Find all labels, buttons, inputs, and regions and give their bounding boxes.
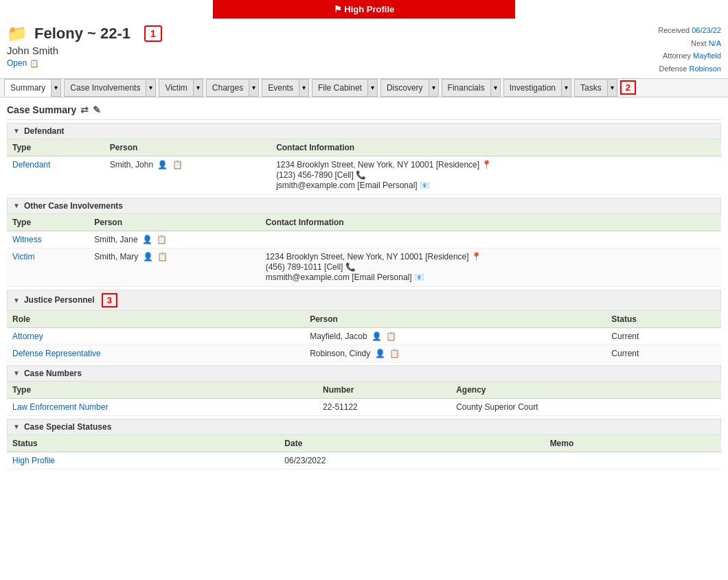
- table-row: Defense Representative Robinson, Cindy 👤…: [7, 345, 721, 362]
- refresh-icon[interactable]: ⇄: [80, 104, 89, 115]
- defense-rep-edit-icon[interactable]: 📋: [389, 349, 400, 358]
- nav-events-btn[interactable]: Events: [262, 79, 299, 97]
- nav-case-involvements-arrow[interactable]: ▾: [146, 79, 156, 97]
- witness-edit-icon[interactable]: 📋: [157, 235, 167, 244]
- other-involvements-chevron: ▼: [13, 202, 20, 209]
- tab-title: Case Summary: [7, 104, 76, 115]
- case-special-statuses-section-title: Case Special Statuses: [24, 422, 111, 432]
- high-profile-status-link[interactable]: High Profile: [12, 456, 55, 465]
- special-col-status: Status: [7, 435, 279, 452]
- victim-email-icon: 📧: [414, 272, 424, 282]
- justice-personnel-section: ▼ Justice Personnel 3 Role Person Status…: [7, 290, 721, 362]
- nav-victim-arrow[interactable]: ▾: [194, 79, 203, 97]
- case-numbers-chevron: ▼: [13, 369, 20, 377]
- victim-address: 1234 Brooklyn Street, New York, NY 10001…: [266, 252, 716, 262]
- table-row: Defendant Smith, John 👤 📋 1234 Brooklyn …: [7, 156, 721, 194]
- witness-contact: [260, 231, 721, 248]
- defense-label: Defense: [659, 65, 687, 73]
- nav-charges: Charges ▾: [206, 79, 259, 97]
- defense-rep-role-link[interactable]: Defense Representative: [12, 349, 101, 358]
- law-enforcement-number-value: 22-51122: [317, 398, 451, 415]
- case-numbers-col-type: Type: [7, 382, 317, 399]
- defense-value[interactable]: Robinson: [690, 65, 721, 73]
- other-col-type: Type: [7, 214, 89, 231]
- nav-investigation-btn[interactable]: Investigation: [503, 79, 562, 97]
- law-enforcement-agency: County Superior Court: [451, 398, 721, 415]
- banner-text: High Profile: [344, 4, 394, 14]
- law-enforcement-number-link[interactable]: Law Enforcement Number: [12, 402, 108, 412]
- main-content: Case Summary ⇄ ✎ ▼ Defendant Type Person…: [0, 97, 728, 476]
- other-involvements-table: Type Person Contact Information Witness …: [7, 214, 721, 287]
- nav-file-cabinet-btn[interactable]: File Cabinet: [312, 79, 368, 97]
- defendant-type-link[interactable]: Defendant: [12, 160, 50, 170]
- witness-person-name: Smith, Jane: [94, 235, 137, 244]
- special-col-date: Date: [279, 435, 544, 452]
- nav-summary-arrow[interactable]: ▾: [52, 79, 61, 97]
- defendant-phone: (123) 456-7890 [Cell] 📞: [276, 170, 716, 180]
- victim-person-icon[interactable]: 👤: [143, 252, 153, 262]
- nav-investigation-arrow[interactable]: ▾: [562, 79, 571, 97]
- status-open-link[interactable]: Open: [7, 58, 27, 68]
- edit-icon[interactable]: ✎: [93, 104, 101, 115]
- edit-person-icon[interactable]: 📋: [172, 160, 183, 170]
- witness-person-icon[interactable]: 👤: [142, 235, 152, 244]
- nav-events: Events ▾: [262, 79, 309, 97]
- person-icon[interactable]: 👤: [157, 160, 168, 170]
- nav-victim: Victim ▾: [159, 79, 203, 97]
- defendant-section-header[interactable]: ▼ Defendant: [7, 123, 721, 139]
- nav-charges-btn[interactable]: Charges: [206, 79, 249, 97]
- witness-type-link[interactable]: Witness: [12, 235, 42, 244]
- high-profile-banner: ⚑ High Profile: [213, 0, 515, 19]
- case-special-statuses-chevron: ▼: [13, 423, 20, 430]
- victim-email: msmith@example.com [Email Personal] 📧: [266, 272, 716, 282]
- email-icon: 📧: [420, 181, 430, 190]
- nav-victim-btn[interactable]: Victim: [159, 79, 193, 97]
- attorney-role-link[interactable]: Attorney: [12, 332, 43, 341]
- next-value: N/A: [709, 39, 721, 47]
- nav-file-cabinet: File Cabinet ▾: [312, 79, 378, 97]
- nav-summary: Summary ▾: [4, 79, 61, 97]
- nav-file-cabinet-arrow[interactable]: ▾: [368, 79, 378, 97]
- justice-col-role: Role: [7, 311, 304, 328]
- nav-case-involvements-btn[interactable]: Case Involvements: [64, 79, 146, 97]
- table-row: Witness Smith, Jane 👤 📋: [7, 231, 721, 248]
- nav-events-arrow[interactable]: ▾: [299, 79, 309, 97]
- defendant-name: John Smith: [7, 45, 162, 56]
- victim-phone: (456) 789-1011 [Cell] 📞: [266, 262, 716, 272]
- next-label: Next: [691, 39, 707, 47]
- folder-icon: 📁: [7, 24, 27, 43]
- justice-table: Role Person Status Attorney Mayfield, Ja…: [7, 311, 721, 362]
- attorney-status: Current: [606, 327, 721, 345]
- attorney-person-icon[interactable]: 👤: [372, 332, 382, 341]
- justice-personnel-section-header[interactable]: ▼ Justice Personnel 3: [7, 290, 721, 311]
- case-numbers-section-title: Case Numbers: [24, 369, 82, 378]
- defendant-col-type: Type: [7, 139, 104, 156]
- attorney-edit-icon[interactable]: 📋: [386, 332, 396, 341]
- defense-rep-status: Current: [606, 345, 721, 362]
- other-involvements-section-header[interactable]: ▼ Other Case Involvements: [7, 198, 721, 214]
- nav-discovery-arrow[interactable]: ▾: [429, 79, 439, 97]
- defendant-email: jsmith@example.com [Email Personal] 📧: [276, 181, 716, 190]
- nav-tasks-btn[interactable]: Tasks: [574, 79, 608, 97]
- nav-financials-arrow[interactable]: ▾: [491, 79, 501, 97]
- other-involvements-section: ▼ Other Case Involvements Type Person Co…: [7, 198, 721, 287]
- case-numbers-section: ▼ Case Numbers Type Number Agency Law En…: [7, 365, 721, 416]
- case-status: Open 📋: [7, 58, 162, 68]
- banner-flag: ⚑: [334, 4, 342, 14]
- nav-charges-arrow[interactable]: ▾: [249, 79, 259, 97]
- attorney-label: Attorney: [663, 51, 691, 60]
- victim-type-link[interactable]: Victim: [12, 252, 34, 262]
- victim-edit-icon[interactable]: 📋: [157, 252, 168, 262]
- defendant-col-person: Person: [104, 139, 271, 156]
- badge-2: 2: [620, 80, 636, 95]
- attorney-value[interactable]: Mayfield: [693, 51, 721, 60]
- case-numbers-table: Type Number Agency Law Enforcement Numbe…: [7, 382, 721, 416]
- nav-tasks-arrow[interactable]: ▾: [608, 79, 617, 97]
- nav-financials-btn[interactable]: Financials: [442, 79, 491, 97]
- defense-rep-person-icon[interactable]: 👤: [375, 349, 385, 358]
- nav-discovery-btn[interactable]: Discovery: [380, 79, 429, 97]
- nav-summary-btn[interactable]: Summary: [4, 79, 52, 97]
- case-special-statuses-section-header[interactable]: ▼ Case Special Statuses: [7, 419, 721, 435]
- justice-col-person: Person: [304, 311, 606, 328]
- case-numbers-section-header[interactable]: ▼ Case Numbers: [7, 365, 721, 382]
